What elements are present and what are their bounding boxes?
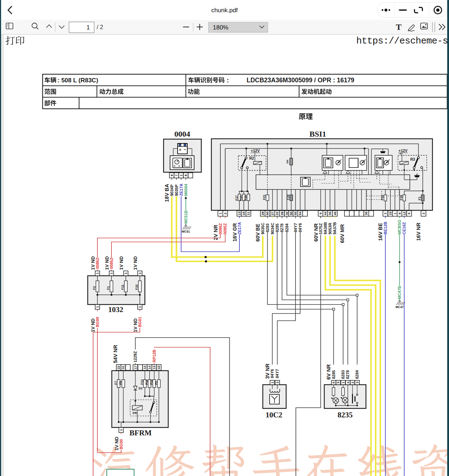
svg-text:1: 1 bbox=[96, 306, 99, 308]
svg-text:1075Z: 1075Z bbox=[319, 223, 323, 234]
svg-text:54V NR: 54V NR bbox=[113, 345, 118, 363]
svg-text:1V ND: 1V ND bbox=[114, 437, 119, 450]
svg-text:54: 54 bbox=[298, 212, 302, 215]
svg-text:12: 12 bbox=[403, 212, 406, 215]
svg-text:1: 1 bbox=[342, 381, 345, 383]
svg-text:60V MR: 60V MR bbox=[339, 224, 345, 243]
svg-text:CE16Z: CE16Z bbox=[402, 222, 406, 234]
svg-text:35: 35 bbox=[365, 212, 368, 215]
svg-text:3V NR: 3V NR bbox=[265, 363, 270, 379]
svg-text:44: 44 bbox=[324, 212, 327, 215]
svg-text:16V GR: 16V GR bbox=[232, 223, 238, 242]
svg-text:1V ND: 1V ND bbox=[104, 256, 110, 270]
svg-text:9A37B: 9A37B bbox=[333, 222, 337, 234]
svg-text:60V BE: 60V BE bbox=[255, 224, 261, 242]
svg-text:F16: F16 bbox=[399, 195, 403, 200]
svg-text:−: − bbox=[183, 147, 186, 152]
svg-text:15: 15 bbox=[389, 212, 392, 215]
svg-text:29: 29 bbox=[261, 212, 265, 215]
svg-text:MC51E: MC51E bbox=[184, 210, 188, 224]
svg-text:9: 9 bbox=[319, 212, 322, 214]
svg-text:8283: 8283 bbox=[265, 224, 270, 232]
svg-text:8285: 8285 bbox=[331, 370, 336, 379]
svg-text:D2: D2 bbox=[139, 386, 143, 390]
svg-text:BFRM: BFRM bbox=[129, 429, 152, 437]
svg-text:9053R: 9053R bbox=[328, 223, 332, 234]
svg-text:3: 3 bbox=[356, 381, 359, 383]
svg-text:MC47E: MC47E bbox=[397, 286, 402, 299]
svg-text:9: 9 bbox=[170, 174, 174, 176]
svg-text:1: 1 bbox=[138, 306, 142, 308]
svg-text:1229Z: 1229Z bbox=[133, 351, 137, 362]
svg-text:11: 11 bbox=[247, 212, 250, 215]
svg-text:MCBSG: MCBSG bbox=[397, 220, 402, 234]
svg-text:ZE17A: ZE17A bbox=[179, 184, 183, 196]
svg-text:1V ND: 1V ND bbox=[133, 319, 138, 332]
svg-text:F12: F12 bbox=[150, 379, 153, 385]
svg-text:13: 13 bbox=[152, 366, 156, 369]
svg-text:84Y7: 84Y7 bbox=[293, 223, 298, 232]
svg-text:MC51: MC51 bbox=[182, 230, 190, 233]
svg-text:1: 1 bbox=[96, 273, 99, 274]
svg-text:F18: F18 bbox=[244, 195, 247, 201]
svg-text:8235: 8235 bbox=[338, 411, 353, 419]
svg-text:18V BA: 18V BA bbox=[164, 184, 170, 202]
svg-text:2: 2 bbox=[224, 212, 227, 214]
svg-text:6V NR: 6V NR bbox=[326, 364, 331, 380]
svg-text:PR: PR bbox=[133, 411, 137, 415]
svg-text:9035C: 9035C bbox=[261, 223, 265, 234]
svg-text:ZE17A: ZE17A bbox=[237, 222, 242, 234]
svg-text:0085Z: 0085Z bbox=[109, 258, 114, 269]
svg-text:84Y6: 84Y6 bbox=[298, 223, 302, 232]
svg-text:1: 1 bbox=[393, 212, 397, 214]
svg-text:31: 31 bbox=[122, 366, 125, 369]
svg-text:8283: 8283 bbox=[341, 370, 345, 379]
svg-text:F17: F17 bbox=[235, 195, 238, 201]
svg-text:BG00: BG00 bbox=[119, 439, 123, 449]
svg-text:MC47: MC47 bbox=[395, 305, 404, 309]
svg-text:32: 32 bbox=[285, 212, 289, 215]
svg-text:1V ND: 1V ND bbox=[90, 319, 96, 332]
svg-text:+12V: +12V bbox=[251, 148, 260, 153]
svg-text:16V NR: 16V NR bbox=[416, 223, 421, 241]
svg-text:8: 8 bbox=[184, 174, 188, 176]
svg-text:2: 2 bbox=[351, 381, 354, 383]
svg-text:84Y7: 84Y7 bbox=[275, 369, 279, 378]
svg-text:F2: F2 bbox=[92, 286, 96, 290]
svg-text:16: 16 bbox=[242, 212, 246, 215]
svg-text:3: 3 bbox=[276, 381, 279, 383]
svg-text:46: 46 bbox=[333, 212, 337, 215]
svg-text:BG00: BG00 bbox=[95, 317, 100, 327]
svg-text:60V NR: 60V NR bbox=[313, 223, 319, 242]
svg-text:1: 1 bbox=[219, 212, 222, 214]
svg-text:/ 2: / 2 bbox=[97, 24, 103, 30]
svg-text:F7: F7 bbox=[114, 381, 118, 385]
svg-text:35: 35 bbox=[328, 212, 332, 215]
svg-text:R3: R3 bbox=[410, 157, 415, 161]
svg-text:M0004: M0004 bbox=[184, 183, 188, 196]
svg-text:7: 7 bbox=[175, 174, 178, 176]
svg-text:1: 1 bbox=[119, 429, 123, 431]
svg-text:1V ND: 1V ND bbox=[133, 256, 138, 270]
svg-text:F13: F13 bbox=[140, 379, 144, 385]
svg-text:+: + bbox=[179, 147, 181, 152]
svg-text:50: 50 bbox=[289, 212, 293, 215]
svg-text:9035P: 9035P bbox=[174, 184, 179, 196]
svg-text:F1: F1 bbox=[418, 197, 421, 200]
svg-text:：: ： bbox=[225, 77, 231, 84]
svg-text:1V ND: 1V ND bbox=[90, 256, 96, 270]
svg-text:8284: 8284 bbox=[285, 223, 289, 232]
svg-text:4: 4 bbox=[346, 381, 350, 383]
svg-text:BSI1: BSI1 bbox=[310, 129, 326, 138]
svg-text:2: 2 bbox=[384, 212, 387, 214]
svg-text:12: 12 bbox=[143, 366, 147, 369]
svg-text:13: 13 bbox=[238, 212, 241, 215]
svg-text:9034P: 9034P bbox=[170, 184, 174, 196]
svg-text:9034C: 9034C bbox=[270, 223, 275, 234]
svg-text:F11: F11 bbox=[145, 380, 148, 385]
svg-text:39: 39 bbox=[280, 212, 284, 215]
svg-text:F1: F1 bbox=[106, 286, 110, 290]
svg-text:1: 1 bbox=[110, 273, 113, 274]
svg-text:F12: F12 bbox=[380, 195, 384, 200]
svg-text:1: 1 bbox=[87, 24, 90, 31]
